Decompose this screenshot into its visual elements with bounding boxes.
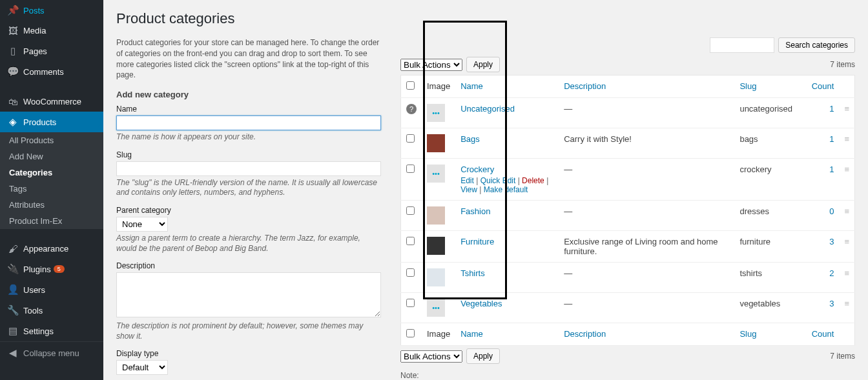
slug-help: The "slug" is the URL-friendly version o… <box>116 178 381 198</box>
row-checkbox[interactable] <box>406 134 415 143</box>
col-name-sort-f[interactable]: Name <box>460 329 483 339</box>
submenu-item-categories[interactable]: Categories <box>0 165 103 181</box>
table-row: BagsCarry it with Style!bags1≡ <box>401 128 855 159</box>
category-slug: vegetables <box>734 293 805 323</box>
category-name-link[interactable]: Fashion <box>460 206 490 216</box>
category-name-link[interactable]: Crockery <box>460 165 494 174</box>
category-desc: — <box>559 98 734 128</box>
display-label: Display type <box>116 349 381 358</box>
category-count-link[interactable]: 2 <box>829 268 834 278</box>
col-slug-sort-f[interactable]: Slug <box>739 329 756 339</box>
sidebar-item-settings[interactable]: ▤Settings <box>0 321 103 341</box>
row-checkbox[interactable] <box>406 299 415 307</box>
category-slug: dresses <box>734 201 805 231</box>
name-label: Name <box>116 105 381 114</box>
menu-icon: 👤 <box>6 284 19 295</box>
submenu-item-add-new[interactable]: Add New <box>0 148 103 165</box>
category-thumb <box>427 206 445 225</box>
sidebar-item-posts[interactable]: 📌Posts <box>0 0 103 21</box>
menu-icon: 🛍 <box>6 96 19 107</box>
category-desc: — <box>559 293 734 323</box>
apply-button-bottom[interactable]: Apply <box>466 348 500 364</box>
sidebar-item-woocommerce[interactable]: 🛍WooCommerce <box>0 92 103 112</box>
name-help: The name is how it appears on your site. <box>116 132 381 143</box>
col-desc-sort[interactable]: Description <box>564 81 606 91</box>
apply-button-top[interactable]: Apply <box>466 57 500 72</box>
sidebar-item-tools[interactable]: 🔧Tools <box>0 300 103 321</box>
sidebar-item-label: Pages <box>23 46 47 56</box>
sidebar-item-users[interactable]: 👤Users <box>0 279 103 300</box>
drag-handle-icon[interactable]: ≡ <box>839 201 854 231</box>
sidebar-item-products[interactable]: ◈Products <box>0 112 103 132</box>
edit-link[interactable]: Edit <box>460 176 474 185</box>
desc-textarea[interactable] <box>116 272 381 317</box>
col-name-sort[interactable]: Name <box>460 81 483 91</box>
categories-list: Search categories Bulk Actions Apply 7 i… <box>400 37 855 380</box>
quickedit-link[interactable]: Quick Edit <box>480 176 516 185</box>
drag-handle-icon[interactable]: ≡ <box>839 128 854 159</box>
category-slug: tshirts <box>734 263 805 293</box>
category-thumb <box>427 237 445 255</box>
col-count-sort-f[interactable]: Count <box>812 329 834 339</box>
submenu-item-tags[interactable]: Tags <box>0 181 103 197</box>
sidebar-item-pages[interactable]: ▯Pages <box>0 41 103 61</box>
category-count-link[interactable]: 1 <box>829 104 834 114</box>
drag-handle-icon[interactable]: ≡ <box>839 159 854 201</box>
category-count-link[interactable]: 1 <box>829 134 834 144</box>
category-name-link[interactable]: Furniture <box>460 237 494 246</box>
delete-link[interactable]: Delete <box>522 176 544 185</box>
view-link[interactable]: View <box>460 185 477 194</box>
category-count-link[interactable]: 0 <box>829 206 834 216</box>
row-actions: Edit | Quick Edit | Delete | View | Make… <box>460 176 553 194</box>
submenu-item-product-im-ex[interactable]: Product Im-Ex <box>0 213 103 229</box>
row-checkbox[interactable] <box>406 268 415 277</box>
submenu-item-attributes[interactable]: Attributes <box>0 197 103 213</box>
row-checkbox[interactable] <box>406 237 415 245</box>
col-image-f: Image <box>422 323 455 346</box>
display-select[interactable]: Default <box>116 360 168 375</box>
slug-input[interactable] <box>116 161 381 176</box>
category-count-link[interactable]: 3 <box>829 237 834 246</box>
row-checkbox[interactable] <box>406 206 415 215</box>
search-button[interactable]: Search categories <box>778 37 855 53</box>
category-name-link[interactable]: Bags <box>460 134 480 144</box>
category-count-link[interactable]: 1 <box>829 165 834 174</box>
category-slug: bags <box>734 128 805 159</box>
sidebar-item-comments[interactable]: 💬Comments <box>0 61 103 82</box>
drag-handle-icon[interactable]: ≡ <box>839 293 854 323</box>
info-icon: ? <box>406 104 417 114</box>
category-name-link[interactable]: Uncategorised <box>460 104 515 114</box>
sidebar-item-plugins[interactable]: 🔌Plugins5 <box>0 259 103 279</box>
category-slug: uncategorised <box>734 98 805 128</box>
search-input[interactable] <box>710 37 774 53</box>
category-count-link[interactable]: 3 <box>829 299 834 308</box>
col-desc-sort-f[interactable]: Description <box>564 329 606 339</box>
menu-icon: 🔌 <box>6 263 19 275</box>
drag-handle-icon[interactable]: ≡ <box>839 231 854 263</box>
drag-handle-icon[interactable]: ≡ <box>839 263 854 293</box>
bulk-actions-select-top[interactable]: Bulk Actions <box>400 59 462 71</box>
bulk-actions-select-bottom[interactable]: Bulk Actions <box>400 350 462 363</box>
sidebar-item-label: Plugins <box>23 265 51 274</box>
items-count-bottom: 7 items <box>830 352 855 361</box>
sidebar-item-media[interactable]: 🖾Media <box>0 21 103 41</box>
category-thumb <box>427 134 445 152</box>
makedefault-link[interactable]: Make default <box>484 185 528 194</box>
category-name-link[interactable]: Tshirts <box>460 268 485 278</box>
submenu-item-all-products[interactable]: All Products <box>0 132 103 148</box>
collapse-menu[interactable]: ◀ Collapse menu <box>0 341 103 364</box>
update-badge: 5 <box>54 265 65 273</box>
admin-sidebar: 📌Posts🖾Media▯Pages💬Comments 🛍WooCommerce… <box>0 0 103 380</box>
col-count-sort[interactable]: Count <box>812 81 834 91</box>
select-all-top[interactable] <box>406 81 415 90</box>
sidebar-item-appearance[interactable]: 🖌Appearance <box>0 239 103 259</box>
row-checkbox[interactable] <box>406 165 415 173</box>
category-name-link[interactable]: Vegetables <box>460 299 502 308</box>
drag-handle-icon[interactable]: ≡ <box>839 98 854 128</box>
category-thumb: ••• <box>427 165 445 183</box>
select-all-bottom[interactable] <box>406 329 415 337</box>
col-slug-sort[interactable]: Slug <box>739 81 756 91</box>
name-input[interactable] <box>116 115 381 130</box>
parent-select[interactable]: None <box>116 217 168 232</box>
products-submenu: All ProductsAdd NewCategoriesTagsAttribu… <box>0 132 103 229</box>
